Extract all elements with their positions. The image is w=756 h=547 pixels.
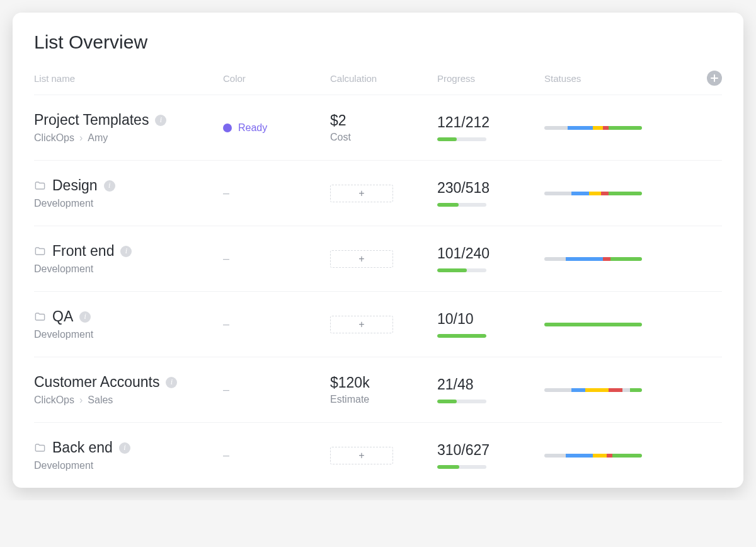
statuses-cell xyxy=(544,192,697,195)
breadcrumb-item[interactable]: Development xyxy=(34,263,93,275)
calc-label: Estimate xyxy=(330,394,437,405)
progress-cell: 21/48 xyxy=(437,376,544,403)
folder-icon xyxy=(34,180,46,192)
status-segment xyxy=(585,388,609,392)
add-column-button[interactable] xyxy=(707,71,722,86)
breadcrumb-item[interactable]: Development xyxy=(34,460,93,471)
status-segment xyxy=(589,192,601,195)
status-segment xyxy=(609,388,622,392)
status-segment xyxy=(544,454,566,458)
status-segment xyxy=(601,192,609,195)
color-empty: – xyxy=(223,449,229,462)
statuses-cell xyxy=(544,126,697,130)
calc-value: $2 xyxy=(330,112,437,129)
color-label: Ready xyxy=(238,122,267,134)
status-bar[interactable] xyxy=(544,192,642,195)
status-bar[interactable] xyxy=(544,323,642,326)
list-name: Back end xyxy=(52,439,113,456)
color-empty: – xyxy=(223,318,229,331)
status-segment xyxy=(612,454,642,458)
calculation-cell: + xyxy=(330,185,437,202)
calc-label: Cost xyxy=(330,132,437,143)
status-bar[interactable] xyxy=(544,454,642,458)
breadcrumb-item[interactable]: ClickOps xyxy=(34,394,74,406)
status-segment xyxy=(571,192,589,195)
color-cell[interactable]: – xyxy=(223,252,330,265)
info-icon[interactable]: i xyxy=(119,442,130,454)
status-segment xyxy=(603,257,610,261)
breadcrumb: ClickOps›Sales xyxy=(34,394,223,406)
chevron-right-icon: › xyxy=(79,132,83,144)
add-calculation-button[interactable]: + xyxy=(330,316,393,333)
statuses-cell xyxy=(544,454,697,458)
progress-fill xyxy=(437,400,457,403)
add-calculation-button[interactable]: + xyxy=(330,250,393,268)
status-bar[interactable] xyxy=(544,257,642,261)
progress-fill xyxy=(437,268,467,272)
progress-text: 310/627 xyxy=(437,442,544,459)
add-calculation-button[interactable]: + xyxy=(330,185,393,202)
info-icon[interactable]: i xyxy=(104,180,115,192)
table-row[interactable]: Customer AccountsiClickOps›Sales–$120kEs… xyxy=(34,357,722,423)
progress-bar xyxy=(437,400,486,403)
color-cell[interactable]: – xyxy=(223,318,330,331)
col-header-color: Color xyxy=(223,73,330,84)
status-bar[interactable] xyxy=(544,126,642,130)
table-row[interactable]: Front endiDevelopment–+101/240 xyxy=(34,226,722,292)
calculation-cell: + xyxy=(330,250,437,268)
table-row[interactable]: QAiDevelopment–+10/10 xyxy=(34,292,722,357)
breadcrumb-item[interactable]: Development xyxy=(34,198,93,209)
statuses-cell xyxy=(544,388,697,392)
breadcrumb-item[interactable]: Development xyxy=(34,329,93,340)
col-header-statuses: Statuses xyxy=(544,73,697,84)
statuses-cell xyxy=(544,257,697,261)
breadcrumb-item[interactable]: Amy xyxy=(88,132,108,144)
table-row[interactable]: Project TemplatesiClickOps›AmyReady$2Cos… xyxy=(34,95,722,161)
table-row[interactable]: DesigniDevelopment–+230/518 xyxy=(34,161,722,226)
progress-bar xyxy=(437,334,486,338)
name-cell: DesigniDevelopment xyxy=(34,177,223,209)
calculation-cell: $120kEstimate xyxy=(330,374,437,405)
color-cell[interactable]: – xyxy=(223,449,330,462)
progress-cell: 310/627 xyxy=(437,442,544,469)
breadcrumb-item[interactable]: ClickOps xyxy=(34,132,74,144)
color-cell[interactable]: Ready xyxy=(223,122,330,134)
progress-fill xyxy=(437,465,459,469)
col-header-name: List name xyxy=(34,73,223,84)
status-segment xyxy=(544,126,568,130)
calculation-cell: $2Cost xyxy=(330,112,437,143)
plus-icon xyxy=(711,74,718,82)
chevron-right-icon: › xyxy=(79,394,83,406)
status-segment xyxy=(568,126,593,130)
calculation-cell: + xyxy=(330,316,437,333)
progress-text: 21/48 xyxy=(437,376,544,393)
progress-cell: 230/518 xyxy=(437,180,544,207)
add-calculation-button[interactable]: + xyxy=(330,447,393,464)
progress-bar xyxy=(437,203,486,207)
status-segment xyxy=(630,388,642,392)
progress-fill xyxy=(437,334,486,338)
list-name: Front end xyxy=(52,243,114,260)
progress-text: 10/10 xyxy=(437,311,544,328)
status-segment xyxy=(609,126,642,130)
statuses-cell xyxy=(544,323,697,326)
status-bar[interactable] xyxy=(544,388,642,392)
progress-fill xyxy=(437,203,459,207)
color-cell[interactable]: – xyxy=(223,383,330,396)
breadcrumb: Development xyxy=(34,329,223,340)
info-icon[interactable]: i xyxy=(79,311,91,323)
info-icon[interactable]: i xyxy=(166,377,177,388)
list-name: Customer Accounts xyxy=(34,374,159,391)
info-icon[interactable]: i xyxy=(120,246,132,257)
breadcrumb-item[interactable]: Sales xyxy=(88,394,113,406)
info-icon[interactable]: i xyxy=(155,115,166,126)
status-segment xyxy=(603,126,609,130)
progress-text: 121/212 xyxy=(437,114,544,131)
color-empty: – xyxy=(223,383,229,396)
status-segment xyxy=(593,454,607,458)
page-title: List Overview xyxy=(34,32,722,53)
progress-cell: 121/212 xyxy=(437,114,544,141)
name-cell: Project TemplatesiClickOps›Amy xyxy=(34,112,223,144)
table-row[interactable]: Back endiDevelopment–+310/627 xyxy=(34,423,722,488)
color-cell[interactable]: – xyxy=(223,187,330,200)
